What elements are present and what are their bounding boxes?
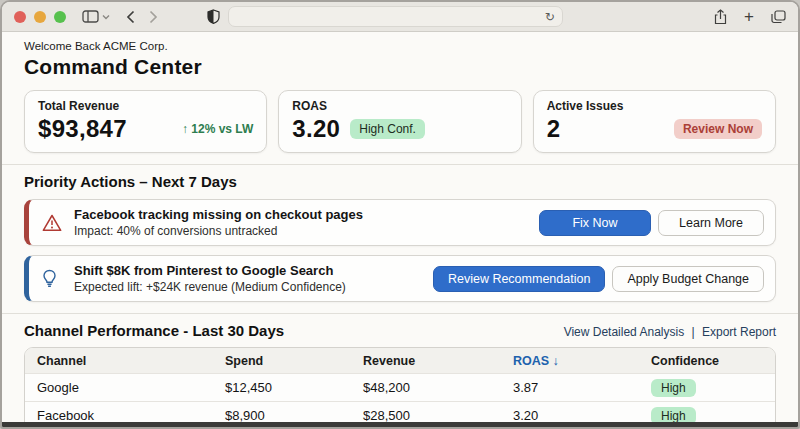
- revenue-delta: ↑ 12% vs LW: [182, 122, 253, 136]
- channel-links: View Detailed Analysis | Export Report: [564, 325, 776, 339]
- welcome-text: Welcome Back ACME Corp.: [24, 40, 776, 52]
- cell-revenue: $28,500: [363, 408, 513, 423]
- window-bottom-edge: [2, 422, 798, 427]
- metric-card-roas: ROAS 3.20 High Conf.: [278, 90, 521, 153]
- column-header-spend: Spend: [225, 354, 363, 368]
- metric-label: Total Revenue: [38, 99, 253, 113]
- browser-toolbar: ↻ +: [2, 2, 798, 32]
- learn-more-button[interactable]: Learn More: [658, 210, 764, 236]
- back-button[interactable]: [126, 10, 135, 24]
- cell-spend: $12,450: [225, 380, 363, 395]
- cell-revenue: $48,200: [363, 380, 513, 395]
- new-tab-icon[interactable]: +: [744, 7, 754, 27]
- cell-roas: 3.87: [513, 380, 651, 395]
- link-separator: |: [691, 325, 694, 339]
- cell-channel: Facebook: [37, 408, 225, 423]
- priority-alert-budget-shift: Shift $8K from Pinterest to Google Searc…: [24, 255, 776, 302]
- review-recommendation-button[interactable]: Review Recommendation: [433, 266, 605, 292]
- reload-icon[interactable]: ↻: [545, 10, 555, 24]
- share-icon[interactable]: [714, 9, 727, 25]
- alert-title: Shift $8K from Pinterest to Google Searc…: [74, 263, 433, 278]
- priority-actions-title: Priority Actions – Next 7 Days: [24, 173, 776, 190]
- channel-performance-title: Channel Performance - Last 30 Days: [24, 322, 284, 339]
- view-detailed-analysis-link[interactable]: View Detailed Analysis: [564, 325, 685, 339]
- column-header-revenue: Revenue: [363, 354, 513, 368]
- column-header-roas-sort[interactable]: ROAS ↓: [513, 354, 651, 368]
- close-window-button[interactable]: [14, 11, 26, 23]
- sidebar-toggle-icon[interactable]: [82, 10, 99, 23]
- cell-spend: $8,900: [225, 408, 363, 423]
- metric-label: ROAS: [292, 99, 507, 113]
- sidebar-chevron-down-icon[interactable]: [102, 14, 110, 20]
- alert-subtitle: Expected lift: +$24K revenue (Medium Con…: [74, 280, 433, 294]
- cell-roas: 3.20: [513, 408, 651, 423]
- zoom-window-button[interactable]: [54, 11, 66, 23]
- fix-now-button[interactable]: Fix Now: [539, 210, 651, 236]
- forward-button[interactable]: [149, 10, 158, 24]
- browser-window: ↻ + Welcome Back ACME Corp. Command Cent…: [0, 0, 800, 429]
- apply-budget-change-button[interactable]: Apply Budget Change: [612, 266, 764, 292]
- review-now-badge[interactable]: Review Now: [674, 119, 762, 139]
- metric-card-active-issues: Active Issues 2 Review Now: [533, 90, 776, 153]
- metric-value: 3.20: [292, 115, 340, 143]
- table-row-google: Google $12,450 $48,200 3.87 High: [25, 373, 775, 401]
- window-controls: [14, 11, 66, 23]
- lightbulb-icon: [42, 269, 64, 288]
- channel-performance-table: Channel Spend Revenue ROAS ↓ Confidence …: [24, 347, 776, 429]
- warning-triangle-icon: [42, 214, 64, 232]
- address-bar[interactable]: ↻: [228, 6, 563, 27]
- metric-card-total-revenue: Total Revenue $93,847 ↑ 12% vs LW: [24, 90, 267, 153]
- metric-label: Active Issues: [547, 99, 762, 113]
- section-divider: [2, 164, 798, 165]
- export-report-link[interactable]: Export Report: [702, 325, 776, 339]
- priority-alert-tracking: Facebook tracking missing on checkout pa…: [24, 199, 776, 246]
- metric-value: $93,847: [38, 115, 127, 143]
- alert-title: Facebook tracking missing on checkout pa…: [74, 207, 539, 222]
- confidence-badge: High: [651, 379, 696, 397]
- metric-cards: Total Revenue $93,847 ↑ 12% vs LW ROAS 3…: [24, 90, 776, 153]
- privacy-shield-icon[interactable]: [207, 9, 220, 24]
- column-header-channel: Channel: [37, 354, 225, 368]
- alert-subtitle: Impact: 40% of conversions untracked: [74, 224, 539, 238]
- minimize-window-button[interactable]: [34, 11, 46, 23]
- tab-overview-icon[interactable]: [771, 10, 786, 24]
- metric-value: 2: [547, 115, 561, 143]
- column-header-confidence: Confidence: [651, 354, 775, 368]
- table-header-row: Channel Spend Revenue ROAS ↓ Confidence: [25, 348, 775, 373]
- cell-channel: Google: [37, 380, 225, 395]
- roas-confidence-badge: High Conf.: [350, 119, 425, 139]
- section-divider: [2, 313, 798, 314]
- page-title: Command Center: [24, 55, 776, 79]
- address-input[interactable]: [236, 11, 545, 23]
